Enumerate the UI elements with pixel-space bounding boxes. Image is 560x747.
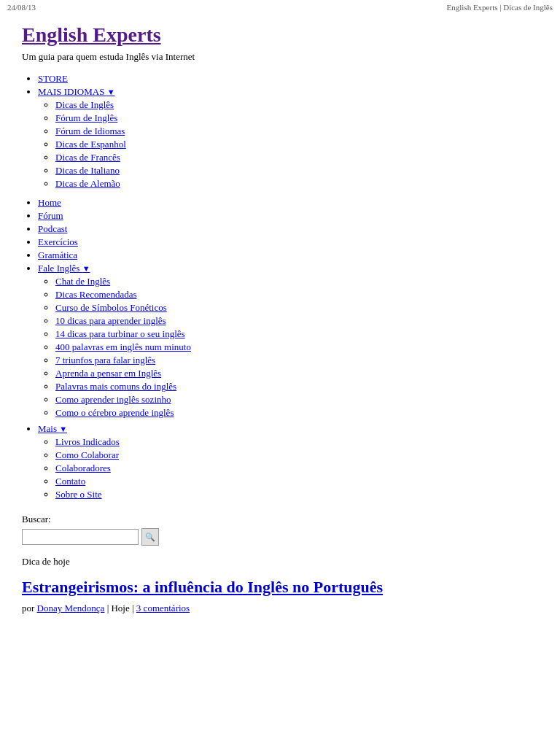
gramatica-link[interactable]: Gramática — [38, 249, 77, 260]
submenu-item: Dicas Recomendadas — [55, 289, 538, 301]
submenu-item: Contato — [55, 476, 538, 487]
nav-item-store: STORE — [38, 73, 538, 85]
mais-idiomas-arrow: ▼ — [107, 88, 115, 96]
search-row: 🔍 — [22, 528, 538, 546]
submenu-item: Como o cérebro aprende inglês — [55, 407, 538, 419]
site-title-container: English Experts — [22, 23, 538, 47]
mais-arrow: ▼ — [59, 425, 67, 433]
submenu-item: Dicas de Espanhol — [55, 139, 538, 150]
cerebro-aprende-link[interactable]: Como o cérebro aprende inglês — [55, 407, 174, 418]
top-nav-list: STORE MAIS IDIOMAS ▼ Dicas de Inglês Fór… — [22, 73, 538, 190]
nav-item-home: Home — [38, 197, 538, 209]
mais-submenu: Livros Indicados Como Colaborar Colabora… — [38, 436, 538, 500]
submenu-item: Fórum de Inglês — [55, 112, 538, 124]
article-title-link[interactable]: Estrangeirismos: a influência do Inglês … — [22, 578, 383, 596]
search-input[interactable] — [22, 529, 139, 545]
contato-link[interactable]: Contato — [55, 476, 85, 487]
search-label: Buscar: — [22, 514, 538, 525]
como-aprender-link[interactable]: Como aprender inglês sozinho — [55, 394, 171, 405]
submenu-item: 14 dicas para turbinar o seu inglês — [55, 328, 538, 340]
7-triunfos-link[interactable]: 7 triunfos para falar inglês — [55, 355, 155, 365]
author-link[interactable]: Donay Mendonça — [37, 603, 105, 614]
site-title-link[interactable]: English Experts — [22, 23, 161, 46]
author-label: por — [22, 603, 34, 614]
submenu-item: Curso de Símbolos Fonéticos — [55, 302, 538, 314]
dicas-espanhol-link[interactable]: Dicas de Espanhol — [55, 139, 126, 150]
chat-ingles-link[interactable]: Chat de Inglês — [55, 276, 110, 287]
mais-idiomas-submenu: Dicas de Inglês Fórum de Inglês Fórum de… — [38, 99, 538, 190]
nav-item-exercicios: Exercícios — [38, 236, 538, 248]
forum-link[interactable]: Fórum — [38, 210, 63, 221]
forum-ingles-link[interactable]: Fórum de Inglês — [55, 112, 117, 123]
submenu-item: Dicas de Inglês — [55, 99, 538, 111]
submenu-item: Dicas de Francês — [55, 152, 538, 163]
article-meta: por Donay Mendonça | Hoje | 3 comentário… — [22, 603, 538, 614]
dicas-alemao-link[interactable]: Dicas de Alemão — [55, 178, 120, 189]
submenu-item: Fórum de Idiomas — [55, 125, 538, 137]
aprenda-pensar-link[interactable]: Aprenda a pensar em Inglês — [55, 368, 161, 379]
main-navigation: STORE MAIS IDIOMAS ▼ Dicas de Inglês Fór… — [22, 73, 538, 500]
dicas-recomendadas-link[interactable]: Dicas Recomendadas — [55, 289, 137, 300]
dicas-italiano-link[interactable]: Dicas de Italiano — [55, 165, 120, 176]
submenu-item: Livros Indicados — [55, 436, 538, 448]
dicas-ingles-link[interactable]: Dicas de Inglês — [55, 99, 114, 110]
400-palavras-link[interactable]: 400 palavras em inglês num minuto — [55, 341, 191, 352]
nav-item-fale-ingles: Fale Inglês ▼ Chat de Inglês Dicas Recom… — [38, 263, 538, 419]
comments-link[interactable]: 3 comentários — [136, 603, 190, 614]
10-dicas-link[interactable]: 10 dicas para aprender inglês — [55, 315, 166, 326]
search-icon: 🔍 — [145, 533, 155, 542]
sobre-site-link[interactable]: Sobre o Site — [55, 489, 102, 500]
store-link[interactable]: STORE — [38, 73, 68, 84]
mais-idiomas-link[interactable]: MAIS IDIOMAS ▼ — [38, 86, 115, 97]
submenu-item: Chat de Inglês — [55, 276, 538, 287]
submenu-item: Aprenda a pensar em Inglês — [55, 368, 538, 379]
submenu-item: Dicas de Italiano — [55, 165, 538, 177]
home-link[interactable]: Home — [38, 197, 61, 208]
livros-link[interactable]: Livros Indicados — [55, 436, 120, 447]
fale-ingles-arrow: ▼ — [82, 264, 90, 273]
dica-hoje-label: Dica de hoje — [22, 556, 538, 568]
browser-tab-title: English Experts | Dicas de Inglês — [447, 3, 553, 12]
14-dicas-link[interactable]: 14 dicas para turbinar o seu inglês — [55, 328, 185, 339]
search-section: Buscar: 🔍 — [22, 514, 538, 546]
submenu-item: 10 dicas para aprender inglês — [55, 315, 538, 327]
como-colaborar-link[interactable]: Como Colaborar — [55, 449, 119, 460]
submenu-item: Dicas de Alemão — [55, 178, 538, 190]
fale-ingles-link[interactable]: Fale Inglês ▼ — [38, 263, 90, 274]
browser-date: 24/08/13 — [7, 3, 36, 12]
submenu-item: Sobre o Site — [55, 489, 538, 500]
podcast-link[interactable]: Podcast — [38, 223, 67, 234]
nav-item-podcast: Podcast — [38, 223, 538, 235]
meta-separator: | Hoje | — [107, 603, 136, 614]
mais-link[interactable]: Mais ▼ — [38, 423, 67, 434]
palavras-comuns-link[interactable]: Palavras mais comuns do inglês — [55, 381, 176, 392]
dicas-frances-link[interactable]: Dicas de Francês — [55, 152, 120, 163]
submenu-item: Como aprender inglês sozinho — [55, 394, 538, 406]
submenu-item: Colaboradores — [55, 462, 538, 474]
forum-idiomas-link[interactable]: Fórum de Idiomas — [55, 125, 125, 136]
submenu-item: 400 palavras em inglês num minuto — [55, 341, 538, 353]
nav-item-mais-idiomas: MAIS IDIOMAS ▼ Dicas de Inglês Fórum de … — [38, 86, 538, 190]
nav-item-gramatica: Gramática — [38, 249, 538, 261]
nav-item-forum: Fórum — [38, 210, 538, 222]
nav-item-mais: Mais ▼ Livros Indicados Como Colaborar C… — [38, 423, 538, 500]
colaboradores-link[interactable]: Colaboradores — [55, 462, 111, 473]
curso-simbolos-link[interactable]: Curso de Símbolos Fonéticos — [55, 302, 167, 313]
fale-ingles-submenu: Chat de Inglês Dicas Recomendadas Curso … — [38, 276, 538, 419]
submenu-item: Como Colaborar — [55, 449, 538, 461]
search-button[interactable]: 🔍 — [141, 528, 159, 546]
main-nav-list: Home Fórum Podcast Exercícios Gramática … — [22, 197, 538, 500]
submenu-item: Palavras mais comuns do inglês — [55, 381, 538, 392]
exercicios-link[interactable]: Exercícios — [38, 236, 78, 247]
submenu-item: 7 triunfos para falar inglês — [55, 355, 538, 366]
article-title-container: Estrangeirismos: a influência do Inglês … — [22, 578, 538, 597]
site-tagline: Um guia para quem estuda Inglês via Inte… — [22, 51, 538, 63]
